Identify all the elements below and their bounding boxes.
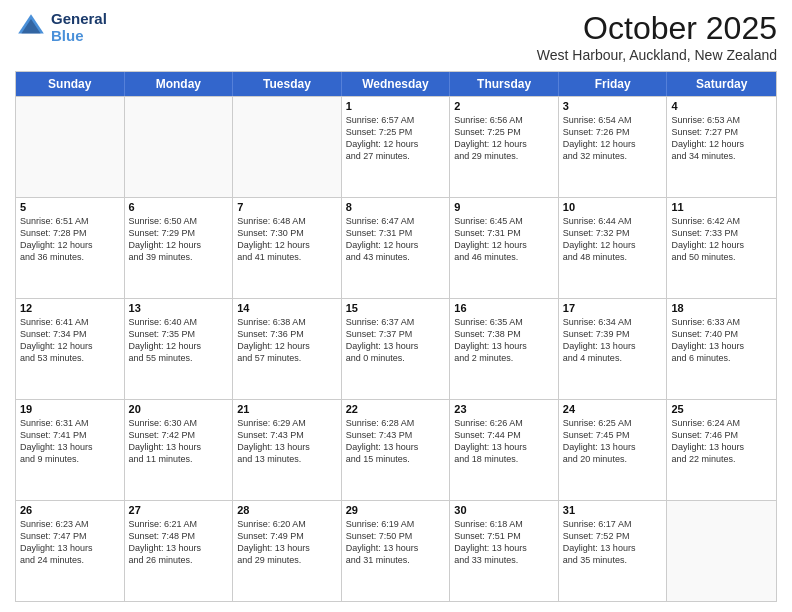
day-info: Sunrise: 6:37 AM Sunset: 7:37 PM Dayligh… bbox=[346, 316, 446, 365]
day-info: Sunrise: 6:17 AM Sunset: 7:52 PM Dayligh… bbox=[563, 518, 663, 567]
calendar-row-5: 26Sunrise: 6:23 AM Sunset: 7:47 PM Dayli… bbox=[16, 500, 776, 601]
calendar-cell: 15Sunrise: 6:37 AM Sunset: 7:37 PM Dayli… bbox=[342, 299, 451, 399]
calendar-cell: 14Sunrise: 6:38 AM Sunset: 7:36 PM Dayli… bbox=[233, 299, 342, 399]
calendar-row-1: 1Sunrise: 6:57 AM Sunset: 7:25 PM Daylig… bbox=[16, 96, 776, 197]
calendar-cell: 8Sunrise: 6:47 AM Sunset: 7:31 PM Daylig… bbox=[342, 198, 451, 298]
calendar-header: SundayMondayTuesdayWednesdayThursdayFrid… bbox=[16, 72, 776, 96]
day-number: 11 bbox=[671, 201, 772, 213]
calendar-cell: 25Sunrise: 6:24 AM Sunset: 7:46 PM Dayli… bbox=[667, 400, 776, 500]
calendar-cell: 20Sunrise: 6:30 AM Sunset: 7:42 PM Dayli… bbox=[125, 400, 234, 500]
day-number: 30 bbox=[454, 504, 554, 516]
day-number: 4 bbox=[671, 100, 772, 112]
day-number: 6 bbox=[129, 201, 229, 213]
day-info: Sunrise: 6:45 AM Sunset: 7:31 PM Dayligh… bbox=[454, 215, 554, 264]
calendar-cell: 22Sunrise: 6:28 AM Sunset: 7:43 PM Dayli… bbox=[342, 400, 451, 500]
calendar-cell: 13Sunrise: 6:40 AM Sunset: 7:35 PM Dayli… bbox=[125, 299, 234, 399]
calendar: SundayMondayTuesdayWednesdayThursdayFrid… bbox=[15, 71, 777, 602]
day-number: 25 bbox=[671, 403, 772, 415]
calendar-row-4: 19Sunrise: 6:31 AM Sunset: 7:41 PM Dayli… bbox=[16, 399, 776, 500]
day-number: 24 bbox=[563, 403, 663, 415]
calendar-cell bbox=[667, 501, 776, 601]
day-number: 12 bbox=[20, 302, 120, 314]
day-number: 31 bbox=[563, 504, 663, 516]
calendar-cell: 17Sunrise: 6:34 AM Sunset: 7:39 PM Dayli… bbox=[559, 299, 668, 399]
day-info: Sunrise: 6:56 AM Sunset: 7:25 PM Dayligh… bbox=[454, 114, 554, 163]
logo-text: General Blue bbox=[51, 10, 107, 44]
header-day-friday: Friday bbox=[559, 72, 668, 96]
day-number: 19 bbox=[20, 403, 120, 415]
header-day-thursday: Thursday bbox=[450, 72, 559, 96]
day-info: Sunrise: 6:20 AM Sunset: 7:49 PM Dayligh… bbox=[237, 518, 337, 567]
calendar-cell: 19Sunrise: 6:31 AM Sunset: 7:41 PM Dayli… bbox=[16, 400, 125, 500]
day-info: Sunrise: 6:30 AM Sunset: 7:42 PM Dayligh… bbox=[129, 417, 229, 466]
calendar-row-2: 5Sunrise: 6:51 AM Sunset: 7:28 PM Daylig… bbox=[16, 197, 776, 298]
calendar-cell: 18Sunrise: 6:33 AM Sunset: 7:40 PM Dayli… bbox=[667, 299, 776, 399]
logo-icon bbox=[15, 11, 47, 43]
day-number: 28 bbox=[237, 504, 337, 516]
page: General Blue October 2025 West Harbour, … bbox=[0, 0, 792, 612]
header-day-sunday: Sunday bbox=[16, 72, 125, 96]
calendar-cell: 5Sunrise: 6:51 AM Sunset: 7:28 PM Daylig… bbox=[16, 198, 125, 298]
day-info: Sunrise: 6:54 AM Sunset: 7:26 PM Dayligh… bbox=[563, 114, 663, 163]
day-number: 5 bbox=[20, 201, 120, 213]
day-info: Sunrise: 6:53 AM Sunset: 7:27 PM Dayligh… bbox=[671, 114, 772, 163]
day-info: Sunrise: 6:57 AM Sunset: 7:25 PM Dayligh… bbox=[346, 114, 446, 163]
calendar-cell: 29Sunrise: 6:19 AM Sunset: 7:50 PM Dayli… bbox=[342, 501, 451, 601]
day-info: Sunrise: 6:31 AM Sunset: 7:41 PM Dayligh… bbox=[20, 417, 120, 466]
day-info: Sunrise: 6:18 AM Sunset: 7:51 PM Dayligh… bbox=[454, 518, 554, 567]
calendar-body: 1Sunrise: 6:57 AM Sunset: 7:25 PM Daylig… bbox=[16, 96, 776, 601]
day-number: 7 bbox=[237, 201, 337, 213]
header-day-tuesday: Tuesday bbox=[233, 72, 342, 96]
calendar-cell: 2Sunrise: 6:56 AM Sunset: 7:25 PM Daylig… bbox=[450, 97, 559, 197]
day-number: 23 bbox=[454, 403, 554, 415]
day-number: 17 bbox=[563, 302, 663, 314]
day-info: Sunrise: 6:42 AM Sunset: 7:33 PM Dayligh… bbox=[671, 215, 772, 264]
day-number: 21 bbox=[237, 403, 337, 415]
day-number: 13 bbox=[129, 302, 229, 314]
day-number: 15 bbox=[346, 302, 446, 314]
day-info: Sunrise: 6:47 AM Sunset: 7:31 PM Dayligh… bbox=[346, 215, 446, 264]
day-number: 2 bbox=[454, 100, 554, 112]
calendar-cell: 11Sunrise: 6:42 AM Sunset: 7:33 PM Dayli… bbox=[667, 198, 776, 298]
day-info: Sunrise: 6:44 AM Sunset: 7:32 PM Dayligh… bbox=[563, 215, 663, 264]
header-day-monday: Monday bbox=[125, 72, 234, 96]
day-info: Sunrise: 6:33 AM Sunset: 7:40 PM Dayligh… bbox=[671, 316, 772, 365]
header: General Blue October 2025 West Harbour, … bbox=[15, 10, 777, 63]
day-number: 26 bbox=[20, 504, 120, 516]
day-info: Sunrise: 6:19 AM Sunset: 7:50 PM Dayligh… bbox=[346, 518, 446, 567]
header-day-wednesday: Wednesday bbox=[342, 72, 451, 96]
calendar-cell bbox=[16, 97, 125, 197]
title-block: October 2025 West Harbour, Auckland, New… bbox=[537, 10, 777, 63]
calendar-cell: 16Sunrise: 6:35 AM Sunset: 7:38 PM Dayli… bbox=[450, 299, 559, 399]
day-number: 20 bbox=[129, 403, 229, 415]
day-number: 1 bbox=[346, 100, 446, 112]
day-number: 9 bbox=[454, 201, 554, 213]
calendar-cell: 7Sunrise: 6:48 AM Sunset: 7:30 PM Daylig… bbox=[233, 198, 342, 298]
calendar-cell: 3Sunrise: 6:54 AM Sunset: 7:26 PM Daylig… bbox=[559, 97, 668, 197]
day-info: Sunrise: 6:34 AM Sunset: 7:39 PM Dayligh… bbox=[563, 316, 663, 365]
day-info: Sunrise: 6:38 AM Sunset: 7:36 PM Dayligh… bbox=[237, 316, 337, 365]
calendar-cell: 21Sunrise: 6:29 AM Sunset: 7:43 PM Dayli… bbox=[233, 400, 342, 500]
day-number: 29 bbox=[346, 504, 446, 516]
day-info: Sunrise: 6:28 AM Sunset: 7:43 PM Dayligh… bbox=[346, 417, 446, 466]
day-info: Sunrise: 6:21 AM Sunset: 7:48 PM Dayligh… bbox=[129, 518, 229, 567]
day-number: 18 bbox=[671, 302, 772, 314]
calendar-cell bbox=[233, 97, 342, 197]
day-info: Sunrise: 6:48 AM Sunset: 7:30 PM Dayligh… bbox=[237, 215, 337, 264]
day-number: 16 bbox=[454, 302, 554, 314]
day-info: Sunrise: 6:29 AM Sunset: 7:43 PM Dayligh… bbox=[237, 417, 337, 466]
calendar-cell: 31Sunrise: 6:17 AM Sunset: 7:52 PM Dayli… bbox=[559, 501, 668, 601]
calendar-cell: 23Sunrise: 6:26 AM Sunset: 7:44 PM Dayli… bbox=[450, 400, 559, 500]
day-info: Sunrise: 6:40 AM Sunset: 7:35 PM Dayligh… bbox=[129, 316, 229, 365]
day-info: Sunrise: 6:41 AM Sunset: 7:34 PM Dayligh… bbox=[20, 316, 120, 365]
calendar-cell: 12Sunrise: 6:41 AM Sunset: 7:34 PM Dayli… bbox=[16, 299, 125, 399]
calendar-cell: 26Sunrise: 6:23 AM Sunset: 7:47 PM Dayli… bbox=[16, 501, 125, 601]
subtitle: West Harbour, Auckland, New Zealand bbox=[537, 47, 777, 63]
day-number: 10 bbox=[563, 201, 663, 213]
day-number: 8 bbox=[346, 201, 446, 213]
day-info: Sunrise: 6:23 AM Sunset: 7:47 PM Dayligh… bbox=[20, 518, 120, 567]
calendar-cell: 24Sunrise: 6:25 AM Sunset: 7:45 PM Dayli… bbox=[559, 400, 668, 500]
day-number: 14 bbox=[237, 302, 337, 314]
calendar-cell: 10Sunrise: 6:44 AM Sunset: 7:32 PM Dayli… bbox=[559, 198, 668, 298]
calendar-cell: 9Sunrise: 6:45 AM Sunset: 7:31 PM Daylig… bbox=[450, 198, 559, 298]
